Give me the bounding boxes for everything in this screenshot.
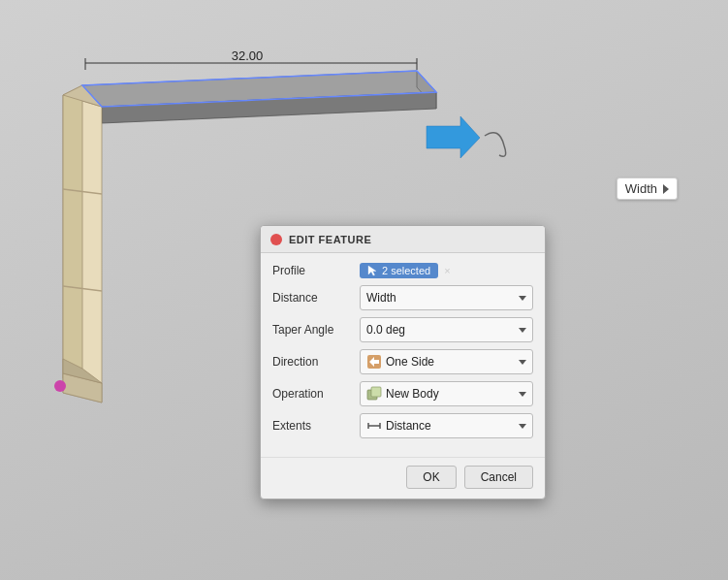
cursor-icon	[367, 265, 377, 276]
dialog-header: EDIT FEATURE	[261, 226, 545, 253]
svg-line-12	[63, 286, 102, 291]
width-badge[interactable]: Width	[617, 177, 678, 200]
direction-label: Direction	[272, 355, 360, 369]
profile-value: 2 selected	[382, 265, 430, 276]
svg-marker-3	[102, 92, 436, 123]
direction-row: Direction One Side	[272, 349, 533, 374]
direction-dropdown[interactable]: One Side	[360, 349, 533, 374]
extents-value: Distance	[386, 419, 519, 433]
viewport: 32.00 Width EDIT FEATURE	[0, 0, 728, 580]
operation-value: New Body	[386, 387, 519, 401]
profile-close-btn[interactable]: ×	[444, 265, 450, 276]
dialog-title: EDIT FEATURE	[289, 234, 371, 245]
svg-marker-8	[63, 95, 102, 403]
svg-marker-9	[63, 85, 82, 378]
distance-label: Distance	[272, 291, 360, 305]
dialog-close-button[interactable]	[270, 234, 282, 245]
extents-label: Extents	[272, 419, 360, 433]
svg-marker-17	[82, 71, 436, 107]
svg-text:32.00: 32.00	[232, 48, 264, 63]
width-badge-dropdown-arrow	[663, 184, 669, 194]
svg-point-16	[54, 380, 66, 392]
svg-marker-10	[63, 85, 102, 107]
extents-dropdown-arrow	[519, 424, 526, 429]
edit-feature-dialog: EDIT FEATURE Profile 2 selected × Distan…	[260, 225, 546, 499]
svg-marker-2	[417, 71, 436, 109]
svg-marker-14	[63, 359, 102, 383]
extents-icon	[366, 418, 382, 434]
profile-badge[interactable]: 2 selected	[360, 263, 438, 278]
operation-dropdown[interactable]: New Body	[360, 381, 533, 406]
svg-marker-1	[82, 85, 102, 121]
direction-dropdown-arrow	[519, 360, 526, 365]
dialog-body: Profile 2 selected × Distance Width	[261, 253, 545, 457]
dialog-footer: OK Cancel	[261, 457, 545, 499]
svg-marker-15	[427, 116, 480, 158]
svg-marker-18	[368, 266, 376, 275]
taper-angle-value: 0.0 deg	[366, 323, 519, 337]
distance-dropdown[interactable]: Width	[360, 285, 533, 310]
svg-marker-0	[82, 71, 436, 107]
cancel-button[interactable]: Cancel	[464, 466, 533, 489]
operation-row: Operation New Body	[272, 381, 533, 406]
operation-dropdown-arrow	[519, 392, 526, 397]
profile-label: Profile	[272, 264, 360, 277]
taper-angle-dropdown[interactable]: 0.0 deg	[360, 317, 533, 342]
width-badge-label: Width	[625, 181, 657, 196]
taper-angle-label: Taper Angle	[272, 323, 360, 337]
ok-button[interactable]: OK	[406, 466, 456, 489]
profile-row: Profile 2 selected ×	[272, 263, 533, 278]
taper-angle-row: Taper Angle 0.0 deg	[272, 317, 533, 342]
distance-dropdown-arrow	[519, 296, 526, 301]
operation-icon	[366, 386, 382, 402]
svg-line-11	[63, 189, 102, 194]
operation-label: Operation	[272, 387, 360, 401]
extents-dropdown[interactable]: Distance	[360, 413, 533, 438]
svg-rect-22	[371, 387, 381, 397]
distance-value: Width	[366, 291, 519, 305]
distance-row: Distance Width	[272, 285, 533, 310]
extents-row: Extents Distance	[272, 413, 533, 438]
taper-angle-dropdown-arrow	[519, 328, 526, 333]
svg-marker-13	[63, 373, 102, 403]
direction-value: One Side	[386, 355, 519, 369]
direction-icon	[366, 354, 382, 370]
